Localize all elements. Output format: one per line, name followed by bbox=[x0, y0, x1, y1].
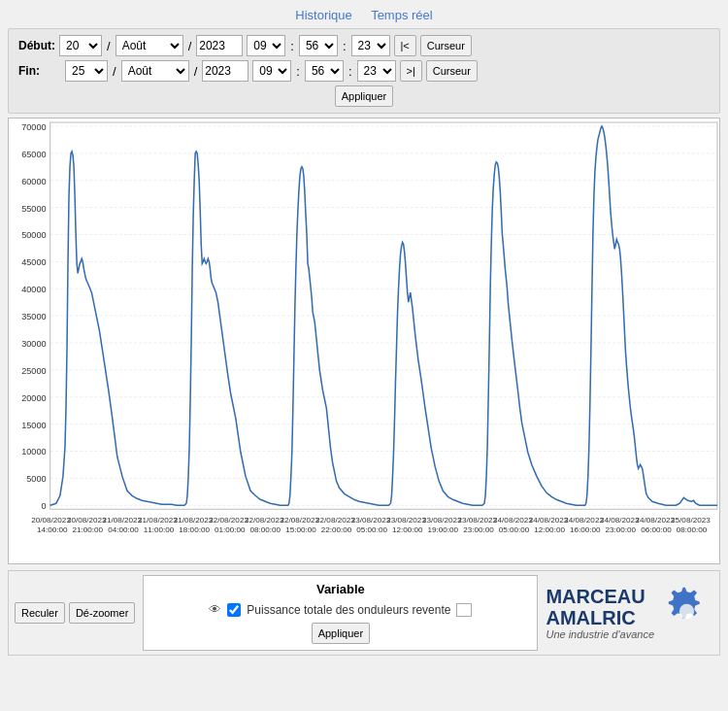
debut-hour-select[interactable]: 09 bbox=[247, 35, 285, 56]
tab-historique[interactable]: Historique bbox=[295, 8, 352, 22]
fin-next-btn[interactable]: >| bbox=[400, 60, 422, 82]
y-label-35000: 35000 bbox=[21, 312, 46, 322]
logo-block: MARCEAU AMALRIC Une industrie d'avance bbox=[546, 585, 713, 641]
fin-hour-select[interactable]: 09 bbox=[252, 60, 291, 82]
y-label-5000: 5000 bbox=[26, 474, 46, 484]
debut-sec-select[interactable]: 23 bbox=[351, 35, 390, 56]
fin-sec-select[interactable]: 23 bbox=[357, 60, 396, 82]
y-label-55000: 55000 bbox=[21, 204, 46, 214]
fin-day-select[interactable]: 25 bbox=[65, 60, 108, 82]
gear-svg bbox=[660, 585, 713, 638]
debut-day-select[interactable]: 20 bbox=[59, 35, 102, 56]
sep4: : bbox=[343, 39, 347, 53]
appliquer-top-btn[interactable]: Appliquer bbox=[335, 85, 393, 107]
y-label-50000: 50000 bbox=[21, 231, 46, 241]
appliquer-row: Appliquer bbox=[18, 85, 710, 107]
top-nav: Historique Temps réel bbox=[8, 8, 720, 22]
y-label-10000: 10000 bbox=[21, 448, 46, 457]
debut-row: Début: 20 / Août / 09 : 56 : 23 |< Curse… bbox=[18, 35, 710, 56]
controls-panel: Début: 20 / Août / 09 : 56 : 23 |< Curse… bbox=[8, 28, 720, 114]
y-label-40000: 40000 bbox=[21, 285, 46, 294]
logo-subtitle: Une industrie d'avance bbox=[546, 628, 654, 640]
debut-cursor-btn[interactable]: Curseur bbox=[420, 35, 472, 56]
sep2: / bbox=[188, 39, 192, 53]
chart-svg: 70000 65000 60000 55000 50000 45000 4000… bbox=[9, 118, 719, 563]
y-label-20000: 20000 bbox=[21, 393, 46, 403]
debut-label: Début: bbox=[18, 39, 55, 52]
fin-sep3: : bbox=[296, 64, 300, 79]
bottom-appliquer-row: Appliquer bbox=[153, 623, 527, 644]
variable-row: 👁 Puissance totale des onduleurs revente bbox=[153, 602, 527, 617]
fin-sep2: / bbox=[194, 64, 198, 79]
variable-box: Variable 👁 Puissance totale des onduleur… bbox=[143, 575, 538, 651]
logo-text: MARCEAU AMALRIC Une industrie d'avance bbox=[546, 586, 654, 640]
variable-label: Puissance totale des onduleurs revente bbox=[247, 603, 450, 617]
fin-sep4: : bbox=[348, 64, 352, 79]
debut-min-select[interactable]: 56 bbox=[299, 35, 338, 56]
nav-buttons: Reculer Dé-zoomer bbox=[15, 602, 135, 624]
fin-year-input[interactable] bbox=[202, 60, 248, 82]
y-label-65000: 65000 bbox=[21, 150, 46, 159]
y-label-0: 0 bbox=[42, 501, 47, 511]
eye-icon: 👁 bbox=[209, 602, 221, 617]
bottom-left-controls: Reculer Dé-zoomer bbox=[15, 602, 135, 624]
logo-name2: AMALRIC bbox=[546, 607, 654, 628]
debut-year-input[interactable] bbox=[196, 35, 243, 56]
sep1: / bbox=[107, 39, 111, 53]
y-label-60000: 60000 bbox=[21, 177, 46, 186]
fin-row: Fin: 25 / Août / 09 : 56 : 23 >| Curseur bbox=[18, 60, 710, 82]
gear-icon bbox=[660, 585, 713, 641]
fin-sep1: / bbox=[113, 64, 116, 79]
dezoomer-btn[interactable]: Dé-zoomer bbox=[69, 602, 135, 624]
debut-prev-btn[interactable]: |< bbox=[394, 35, 416, 56]
y-label-30000: 30000 bbox=[21, 339, 46, 349]
variable-checkbox[interactable] bbox=[227, 603, 241, 617]
bottom-panel: Reculer Dé-zoomer Variable 👁 Puissance t… bbox=[8, 570, 720, 656]
chart-inner: 70000 65000 60000 55000 50000 45000 4000… bbox=[9, 118, 719, 563]
variable-title: Variable bbox=[153, 582, 527, 596]
y-label-15000: 15000 bbox=[21, 421, 46, 430]
logo-area: MARCEAU AMALRIC Une industrie d'avance bbox=[546, 585, 713, 641]
fin-label: Fin: bbox=[18, 64, 48, 78]
color-input[interactable] bbox=[456, 603, 472, 617]
chart-container: 70000 65000 60000 55000 50000 45000 4000… bbox=[8, 118, 720, 564]
debut-month-select[interactable]: Août bbox=[116, 35, 183, 56]
fin-cursor-btn[interactable]: Curseur bbox=[426, 60, 478, 82]
bottom-appliquer-btn[interactable]: Appliquer bbox=[312, 623, 370, 644]
app-container: Historique Temps réel Début: 20 / Août /… bbox=[0, 0, 728, 663]
fin-min-select[interactable]: 56 bbox=[305, 60, 344, 82]
tab-temps-reel[interactable]: Temps réel bbox=[371, 8, 433, 22]
fin-month-select[interactable]: Août bbox=[121, 60, 189, 82]
logo-name1: MARCEAU bbox=[546, 586, 654, 607]
reculer-btn[interactable]: Reculer bbox=[15, 602, 65, 624]
x-label-18: 25/08/2023 08:00:00 bbox=[671, 516, 712, 534]
y-label-45000: 45000 bbox=[21, 257, 46, 267]
y-label-70000: 70000 bbox=[21, 122, 46, 132]
y-label-25000: 25000 bbox=[21, 366, 46, 376]
sep3: : bbox=[290, 39, 294, 53]
